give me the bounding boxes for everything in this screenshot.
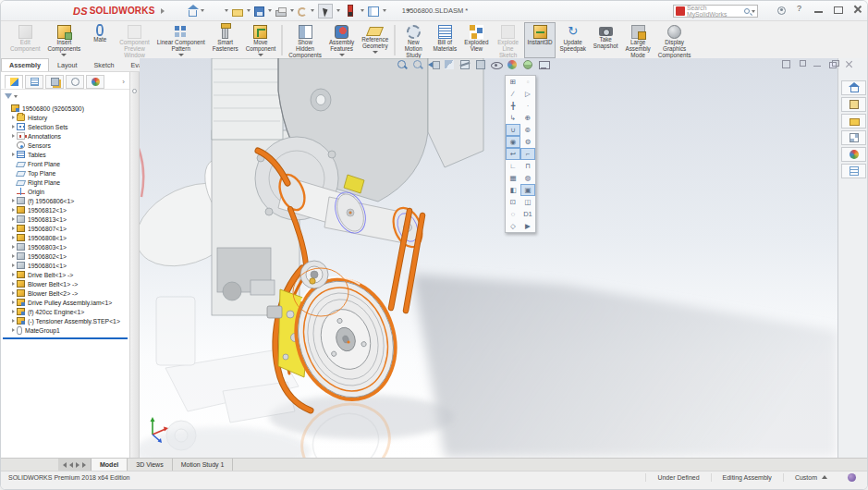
prev-tab-icon[interactable] (69, 462, 73, 468)
expand-arrow-icon[interactable] (12, 245, 15, 249)
palette-tool-button[interactable]: ⊚ (520, 124, 535, 136)
quick-access-icon[interactable] (275, 10, 287, 17)
filter-dropdown-icon[interactable] (14, 95, 18, 98)
ribbon-button[interactable]: Linear Component Pattern (153, 22, 209, 58)
view-tool-icon[interactable] (491, 59, 502, 70)
palette-tool-button[interactable]: ↩ (506, 148, 520, 160)
quick-access-icon[interactable] (189, 10, 197, 17)
ribbon-button[interactable]: Assembly Features (325, 22, 358, 58)
command-tab[interactable]: Layout (49, 58, 86, 71)
expand-arrow-icon[interactable] (12, 125, 15, 129)
help-icon[interactable] (794, 4, 805, 15)
tree-item[interactable]: 19506813<1> (1, 214, 129, 224)
ribbon-button[interactable]: New Motion Study (397, 22, 429, 58)
view-tool-icon[interactable] (507, 59, 518, 70)
view-tool-icon[interactable] (397, 59, 408, 70)
ribbon-button[interactable]: Take Snapshot (590, 22, 622, 58)
palette-tool-button[interactable]: ⚙ (520, 136, 535, 148)
expand-arrow-icon[interactable] (12, 291, 15, 295)
dropdown-caret-icon[interactable] (290, 9, 294, 12)
close-button[interactable] (852, 4, 863, 15)
palette-tool-button[interactable]: ⊕ (520, 112, 535, 124)
expand-arrow-icon[interactable] (12, 328, 15, 332)
expand-arrow-icon[interactable] (12, 300, 15, 304)
minimize-document-icon[interactable] (813, 60, 822, 68)
task-pane-tab[interactable] (841, 164, 866, 178)
dropdown-caret-icon[interactable] (225, 9, 228, 12)
ribbon-button[interactable]: Explode Line Sketch (493, 22, 524, 58)
quick-access-icon[interactable] (208, 5, 221, 18)
sheet-tab[interactable]: Motion Study 1 (173, 459, 234, 471)
ribbon-button[interactable] (394, 25, 396, 55)
task-pane-tab[interactable] (841, 114, 866, 129)
task-pane-tab[interactable] (841, 147, 866, 162)
palette-tool-button[interactable]: ∪ (506, 124, 520, 136)
dropdown-caret-icon[interactable] (201, 9, 204, 12)
search-dropdown-icon[interactable] (752, 10, 755, 13)
palette-tool-button[interactable]: ╋ (506, 100, 520, 112)
tree-filter[interactable] (1, 90, 129, 103)
ribbon-button[interactable]: Display Graphics Components (654, 22, 695, 58)
tree-item[interactable]: 19506812<1> (1, 205, 129, 214)
tree-item[interactable]: History (1, 113, 129, 122)
palette-tool-button[interactable]: ∟ (506, 160, 520, 172)
sheet-tab[interactable]: 3D Views (128, 459, 172, 471)
restore-document-icon[interactable] (829, 60, 837, 68)
view-tool-icon[interactable] (538, 59, 549, 70)
palette-tool-button[interactable]: ▦ (506, 172, 520, 184)
ribbon-button[interactable]: Bill of Materials (429, 22, 460, 58)
task-pane-tab[interactable] (841, 130, 866, 145)
task-pane-tab[interactable] (841, 97, 866, 112)
quick-access-icon[interactable] (368, 6, 379, 17)
command-tab[interactable]: Assembly (1, 58, 49, 71)
ribbon-button[interactable] (281, 25, 283, 55)
tree-item[interactable]: Top Plane (1, 168, 129, 178)
view-tool-icon[interactable] (522, 59, 533, 70)
tile-window-icon[interactable] (798, 60, 806, 68)
first-tab-icon[interactable] (63, 462, 67, 468)
palette-tool-button[interactable]: D1 (520, 208, 535, 220)
expand-arrow-icon[interactable] (12, 310, 15, 313)
solidworks-logo[interactable]: DS SOLIDWORKS (73, 6, 165, 17)
ribbon-button[interactable]: Insert Components (44, 22, 85, 58)
quick-access-icon[interactable] (232, 9, 243, 17)
expand-arrow-icon[interactable] (12, 153, 15, 156)
menu-flyout-icon[interactable] (161, 8, 165, 14)
tree-item[interactable]: (f) 19506806<1> (1, 196, 129, 205)
palette-tool-button[interactable]: ⌐ (520, 148, 535, 160)
expand-arrow-icon[interactable] (12, 134, 15, 138)
tree-item[interactable]: 19506808<1> (1, 233, 129, 242)
view-tool-icon[interactable] (459, 59, 471, 70)
palette-tool-button[interactable]: ◍ (520, 172, 535, 184)
quick-access-icon[interactable] (390, 5, 403, 18)
dropdown-caret-icon[interactable] (311, 9, 314, 12)
tab-dimxpert[interactable] (66, 75, 84, 89)
view-tool-icon[interactable] (444, 59, 455, 70)
tree-item[interactable]: Selection Sets (1, 122, 129, 131)
tree-item[interactable]: 19506802<1> (1, 251, 129, 261)
tree-item[interactable]: (-) Tensioner Assembly.STEP<1> (1, 316, 129, 325)
tree-item[interactable]: Tables (1, 150, 129, 159)
ribbon-button[interactable]: Move Component (242, 22, 280, 58)
ribbon-button[interactable]: Exploded View (460, 22, 492, 58)
view-tool-icon[interactable] (428, 59, 439, 70)
search-magnifier-icon[interactable] (744, 8, 750, 14)
ribbon-button[interactable]: Reference Geometry (358, 22, 392, 58)
minimize-button[interactable] (813, 4, 825, 15)
expand-arrow-icon[interactable] (12, 236, 15, 239)
ribbon-button[interactable]: Instant3D (524, 22, 556, 58)
palette-tool-button[interactable]: ▫ (520, 76, 535, 88)
quick-access-icon[interactable] (254, 6, 264, 17)
palette-tool-button[interactable]: ◇ (506, 220, 520, 232)
palette-tool-button[interactable]: ⊓ (520, 160, 535, 172)
panel-splitter[interactable] (130, 72, 140, 458)
palette-tool-button[interactable]: ◧ (506, 184, 520, 196)
units-selector[interactable]: Custom (783, 473, 838, 482)
view-tool-icon[interactable] (412, 59, 423, 70)
quick-access-icon[interactable] (318, 4, 333, 18)
tab-propertymanager[interactable] (25, 75, 43, 89)
graphics-area[interactable] (140, 58, 837, 458)
user-account-icon[interactable] (777, 6, 786, 15)
expand-arrow-icon[interactable] (12, 319, 15, 323)
dropdown-caret-icon[interactable] (336, 9, 340, 12)
